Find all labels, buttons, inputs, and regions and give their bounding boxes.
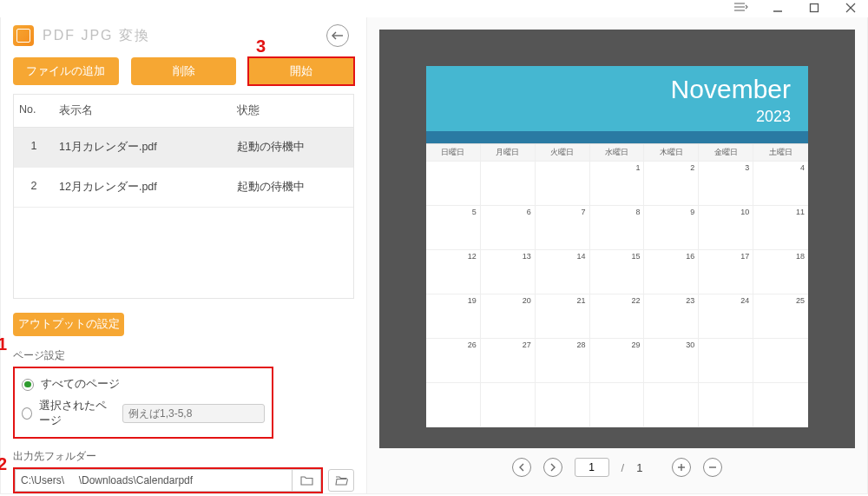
cell-no: 1 [14, 128, 54, 167]
calendar-cell: 23 [644, 294, 699, 339]
radio-selected-pages[interactable]: 選択されたページ [20, 395, 266, 432]
calendar-cell [753, 383, 808, 427]
calendar-cell: 22 [590, 294, 645, 339]
calendar-band [426, 131, 808, 143]
calendar-cell: 11 [753, 206, 808, 250]
close-button[interactable] [838, 2, 863, 17]
calendar-cell: 21 [536, 294, 590, 339]
calendar-grid: 日曜日月曜日火曜日水曜日木曜日金曜日土曜日1234567891011121314… [426, 143, 808, 427]
cell-no: 2 [14, 168, 54, 207]
page-range-input[interactable] [122, 404, 265, 423]
page-slash: / [621, 461, 625, 474]
preview-page: November 2023 日曜日月曜日火曜日水曜日木曜日金曜日土曜日12345… [426, 66, 808, 427]
radio-all-dot-icon [22, 379, 34, 391]
folder-icon [300, 475, 313, 486]
preview-area: November 2023 日曜日月曜日火曜日水曜日木曜日金曜日土曜日12345… [379, 30, 855, 448]
calendar-cell: 2 [644, 162, 699, 206]
table-header: No. 表示名 状態 [14, 95, 353, 128]
calendar-cell: 5 [426, 206, 481, 250]
calendar-cell [426, 383, 481, 427]
annotation-1: 1 [0, 334, 7, 354]
page-number-input[interactable] [575, 458, 609, 477]
open-folder-button[interactable] [328, 469, 354, 492]
app-logo-icon [13, 25, 34, 46]
calendar-dow: 日曜日 [426, 144, 481, 162]
annotation-2: 2 [0, 454, 7, 474]
calendar-dow: 火曜日 [536, 144, 590, 162]
calendar-dow: 木曜日 [644, 144, 699, 162]
calendar-dow: 水曜日 [590, 144, 645, 162]
next-page-button[interactable] [543, 458, 562, 477]
minus-icon [708, 463, 717, 472]
col-state: 状態 [232, 95, 353, 127]
plus-icon [677, 463, 686, 472]
calendar-cell: 7 [536, 206, 590, 250]
table-row[interactable]: 111月カレンダー.pdf起動の待機中 [14, 128, 353, 168]
menu-icon[interactable] [729, 3, 753, 15]
output-folder-label: 出力先フォルダー [13, 449, 354, 464]
output-settings-button[interactable]: アウトプットの設定 [13, 313, 124, 336]
col-no: No. [14, 95, 54, 127]
calendar-cell: 10 [699, 206, 753, 250]
page-total: 1 [636, 461, 642, 474]
output-folder-input[interactable] [15, 469, 292, 492]
cell-name: 11月カレンダー.pdf [54, 128, 232, 167]
zoom-in-button[interactable] [672, 458, 691, 477]
calendar-cell: 27 [481, 339, 536, 383]
calendar-cell [426, 162, 481, 206]
calendar-month: November [444, 75, 791, 104]
table-row[interactable]: 212月カレンダー.pdf起動の待機中 [14, 168, 353, 208]
calendar-cell: 15 [590, 250, 645, 294]
calendar-cell [699, 339, 753, 383]
calendar-cell: 18 [753, 250, 808, 294]
calendar-dow: 月曜日 [481, 144, 536, 162]
calendar-cell [590, 383, 645, 427]
calendar-cell: 26 [426, 339, 481, 383]
calendar-cell: 1 [590, 162, 645, 206]
calendar-cell: 20 [481, 294, 536, 339]
calendar-cell [481, 162, 536, 206]
browse-folder-button[interactable] [292, 469, 321, 492]
cell-state: 起動の待機中 [232, 168, 353, 207]
calendar-cell: 16 [644, 250, 699, 294]
calendar-cell: 12 [426, 250, 481, 294]
calendar-cell [644, 383, 699, 427]
calendar-cell [699, 383, 753, 427]
add-file-button[interactable]: ファイルの追加 [13, 57, 119, 85]
calendar-cell: 4 [753, 162, 808, 206]
calendar-year: 2023 [444, 108, 791, 126]
prev-page-button[interactable] [512, 458, 531, 477]
calendar-cell: 13 [481, 250, 536, 294]
calendar-cell: 14 [536, 250, 590, 294]
start-button[interactable]: 開始 [248, 57, 354, 85]
folder-open-icon [335, 475, 348, 486]
maximize-button[interactable] [802, 2, 826, 17]
calendar-cell: 6 [481, 206, 536, 250]
cell-state: 起動の待機中 [232, 128, 353, 167]
calendar-cell: 30 [644, 339, 699, 383]
radio-all-label: すべてのページ [41, 377, 120, 392]
calendar-cell: 24 [699, 294, 753, 339]
file-table: No. 表示名 状態 111月カレンダー.pdf起動の待機中212月カレンダー.… [13, 94, 354, 299]
calendar-cell: 25 [753, 294, 808, 339]
radio-all-pages[interactable]: すべてのページ [20, 374, 266, 395]
calendar-cell [753, 339, 808, 383]
pager: / 1 [379, 448, 855, 486]
calendar-cell: 28 [536, 339, 590, 383]
calendar-cell [536, 162, 590, 206]
calendar-cell: 29 [590, 339, 645, 383]
calendar-cell [536, 383, 590, 427]
back-button[interactable] [326, 24, 349, 47]
radio-sel-dot-icon [22, 407, 32, 420]
delete-button[interactable]: 削除 [131, 57, 237, 85]
app-title: PDF JPG 変換 [43, 27, 326, 45]
zoom-out-button[interactable] [703, 458, 722, 477]
calendar-cell: 8 [590, 206, 645, 250]
chevron-right-icon [549, 463, 556, 472]
radio-sel-label: 選択されたページ [39, 399, 115, 428]
chevron-left-icon [518, 463, 525, 472]
svg-rect-4 [811, 3, 819, 11]
calendar-cell: 17 [699, 250, 753, 294]
calendar-header: November 2023 [426, 66, 808, 131]
minimize-button[interactable] [766, 2, 790, 17]
